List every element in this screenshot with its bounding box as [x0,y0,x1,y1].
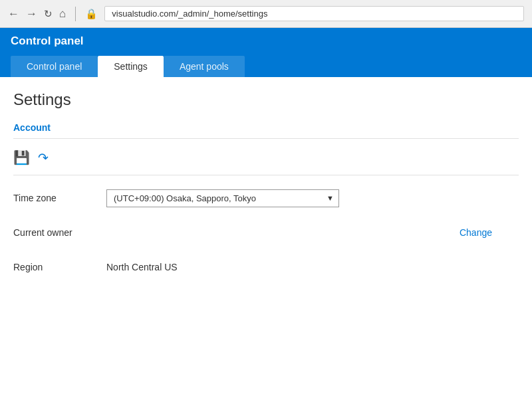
nav-icons: ← → ↻ ⌂ [8,7,66,21]
browser-chrome: ← → ↻ ⌂ 🔒 visualstudio.com/_admin/_home/… [0,0,532,28]
save-icon[interactable]: 💾 [13,149,30,165]
nav-divider [75,7,76,21]
tab-settings[interactable]: Settings [98,56,164,77]
toolbar-divider [13,175,519,175]
page-content: Settings Account 💾 ↷ Time zone (UTC+09:0… [0,77,532,304]
back-icon[interactable]: ← [8,7,19,21]
settings-toolbar: 💾 ↷ [13,146,519,169]
app-title: Control panel [11,35,521,54]
timezone-select[interactable]: (UTC+09:00) Osaka, Sapporo, Tokyo [106,189,339,207]
region-row: Region North Central US [13,256,519,278]
forward-icon[interactable]: → [26,7,37,21]
page-title: Settings [13,90,519,109]
current-owner-label: Current owner [13,227,106,238]
timezone-label: Time zone [13,193,106,203]
tab-bar: Control panel Settings Agent pools [11,56,521,77]
section-divider [13,138,519,139]
tab-agent-pools[interactable]: Agent pools [164,56,245,77]
address-bar[interactable]: visualstudio.com/_admin/_home/settings [104,6,524,21]
refresh-icon[interactable]: ↻ [44,8,53,20]
change-owner-link[interactable]: Change [460,227,505,238]
reset-icon[interactable]: ↷ [38,150,49,165]
region-label: Region [13,262,106,272]
url-text: visualstudio.com/_admin/_home/settings [112,9,267,19]
timezone-select-wrapper: (UTC+09:00) Osaka, Sapporo, Tokyo [106,189,339,207]
timezone-row: Time zone (UTC+09:00) Osaka, Sapporo, To… [13,187,519,209]
app-header: Control panel Control panel Settings Age… [0,28,532,77]
region-value: North Central US [106,262,178,272]
section-title-account: Account [13,122,519,133]
home-icon[interactable]: ⌂ [59,7,66,21]
tab-control-panel[interactable]: Control panel [11,56,98,77]
current-owner-row: Current owner Change [13,222,519,243]
lock-icon: 🔒 [85,8,98,20]
